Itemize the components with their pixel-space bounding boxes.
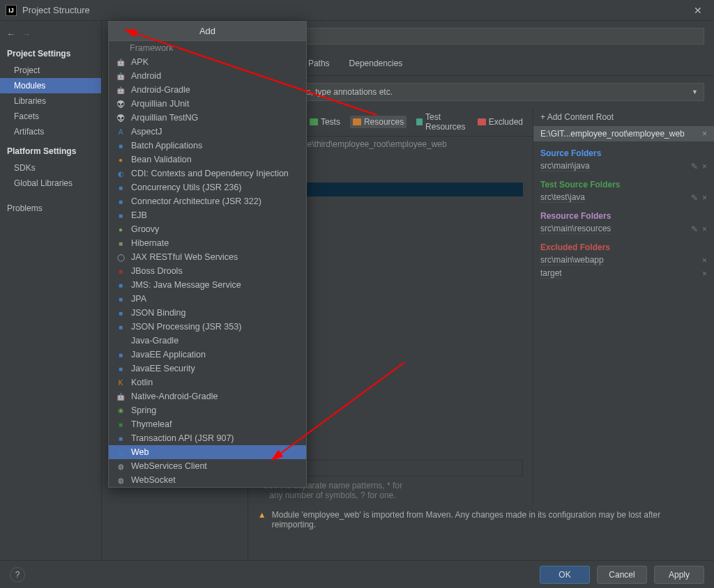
dropdown-item-native-android-gradle[interactable]: 🤖Native-Android-Gradle (109, 389, 306, 403)
dropdown-item-android-gradle[interactable]: 🤖Android-Gradle (109, 83, 306, 97)
framework-icon: ■ (116, 433, 126, 443)
dropdown-item-javaee-security[interactable]: ■JavaEE Security (109, 362, 306, 376)
cancel-button[interactable]: Cancel (597, 566, 647, 584)
framework-icon: ■ (116, 322, 126, 332)
close-icon[interactable]: ✕ (688, 5, 708, 16)
dropdown-item-arquillian-testng[interactable]: 👽Arquillian TestNG (109, 111, 306, 125)
dropdown-item-label: Java-Gradle (131, 336, 178, 346)
add-framework-dropdown[interactable]: Add Framework🤖APK🤖Android🤖Android-Gradle… (108, 21, 307, 488)
framework-icon: 🤖 (116, 392, 126, 401)
framework-icon: ■ (116, 266, 126, 276)
folder-item-label: src\main\resources (540, 224, 611, 234)
dropdown-item-web[interactable]: ◍Web (109, 445, 306, 459)
sidebar-item-libraries[interactable]: Libraries (0, 93, 101, 109)
dropdown-item-label: JBoss Drools (131, 266, 183, 276)
dropdown-item-connector-architecture-jsr-322-[interactable]: ■Connector Architecture (JSR 322) (109, 194, 306, 208)
content-root-row[interactable]: E:\GIT...employee_root\employee_web× (533, 126, 714, 141)
sidebar-item-facets[interactable]: Facets (0, 109, 101, 124)
folder-group-title: Excluded Folders (533, 235, 714, 254)
dropdown-item-jpa[interactable]: ■JPA (109, 292, 306, 306)
dropdown-item-label: Groovy (131, 224, 159, 234)
folder-item[interactable]: src\main\resources✎× (533, 222, 714, 235)
dropdown-item-websocket[interactable]: ◍WebSocket (109, 473, 306, 487)
dropdown-item-android[interactable]: 🤖Android (109, 69, 306, 83)
edit-icon[interactable]: ✎ (691, 224, 698, 234)
folder-item[interactable]: src\main\webapp× (533, 254, 714, 267)
dropdown-item-jboss-drools[interactable]: ■JBoss Drools (109, 264, 306, 278)
dropdown-item-cdi-contexts-and-dependency-injection[interactable]: ◐CDI: Contexts and Dependency Injection (109, 167, 306, 180)
edit-icon[interactable]: ✎ (691, 162, 698, 171)
ok-button[interactable]: OK (540, 566, 590, 584)
sidebar-item-problems[interactable]: Problems (0, 201, 101, 216)
nav-forward-icon[interactable]: → (22, 29, 31, 39)
dropdown-item-transaction-api-jsr-907-[interactable]: ■Transaction API (JSR 907) (109, 431, 306, 445)
source-type-label: Resources (364, 117, 404, 127)
framework-icon: ● (116, 224, 126, 234)
edit-icon[interactable]: ✎ (691, 193, 698, 203)
tab-paths[interactable]: Paths (308, 56, 330, 75)
sidebar-item-global-libraries[interactable]: Global Libraries (0, 176, 101, 191)
framework-icon: ◍ (116, 447, 126, 457)
dropdown-item-label: AspectJ (131, 127, 162, 137)
dropdown-item-groovy[interactable]: ●Groovy (109, 222, 306, 236)
framework-icon: K (116, 378, 126, 387)
dropdown-item-kotlin[interactable]: KKotlin (109, 376, 306, 389)
dropdown-item-label: WebServices Client (131, 461, 207, 471)
framework-icon: ■ (116, 280, 126, 290)
dropdown-item-thymeleaf[interactable]: ■Thymeleaf (109, 417, 306, 431)
folder-item[interactable]: target× (533, 267, 714, 280)
sidebar-item-project[interactable]: Project (0, 63, 101, 78)
apply-button[interactable]: Apply (654, 566, 704, 584)
framework-icon: 🤖 (116, 71, 126, 81)
dropdown-item-label: Concurrency Utils (JSR 236) (131, 183, 241, 192)
help-button[interactable]: ? (10, 567, 25, 582)
dropdown-item-json-binding[interactable]: ■JSON Binding (109, 306, 306, 320)
dropdown-item-arquillian-junit[interactable]: 👽Arquillian JUnit (109, 97, 306, 111)
source-type-resources[interactable]: Resources (350, 116, 407, 128)
dropdown-item-label: Arquillian TestNG (131, 113, 198, 123)
sidebar-item-sdks[interactable]: SDKs (0, 160, 101, 176)
sidebar-item-modules[interactable]: Modules (0, 78, 101, 93)
remove-icon[interactable]: × (702, 256, 707, 265)
framework-icon: 👽 (116, 99, 126, 109)
dropdown-item-spring[interactable]: ❀Spring (109, 403, 306, 417)
dropdown-item-json-processing-jsr-353-[interactable]: ■JSON Processing (JSR 353) (109, 320, 306, 334)
dropdown-item-java-gradle[interactable]: Java-Gradle (109, 334, 306, 348)
sidebar-item-artifacts[interactable]: Artifacts (0, 124, 101, 139)
dropdown-item-label: EJB (131, 210, 147, 220)
folder-item[interactable]: src\main\java✎× (533, 160, 714, 173)
dropdown-item-label: Hibernate (131, 238, 169, 248)
dropdown-item-hibernate[interactable]: ■Hibernate (109, 236, 306, 250)
folder-icon (478, 118, 486, 125)
language-level-select[interactable]: 8 - Lambdas, type annotations etc.▼ (258, 83, 704, 101)
dropdown-item-jax-restful-web-services[interactable]: ◯JAX RESTful Web Services (109, 250, 306, 264)
dropdown-item-label: JavaEE Application (131, 350, 206, 359)
remove-icon[interactable]: × (702, 269, 707, 279)
folder-item[interactable]: src\test\java✎× (533, 191, 714, 204)
tab-dependencies[interactable]: Dependencies (349, 56, 403, 75)
add-content-root-button[interactable]: + Add Content Root (533, 108, 714, 126)
dropdown-item-concurrency-utils-jsr-236-[interactable]: ■Concurrency Utils (JSR 236) (109, 180, 306, 194)
dropdown-item-batch-applications[interactable]: ■Batch Applications (109, 139, 306, 153)
app-icon: IJ (6, 5, 17, 16)
module-name-input[interactable]: loyee_web (258, 28, 704, 45)
source-type-excluded[interactable]: Excluded (478, 117, 523, 127)
remove-icon[interactable]: × (702, 224, 707, 234)
dropdown-item-jms-java-message-service[interactable]: ■JMS: Java Message Service (109, 278, 306, 292)
dropdown-item-ejb[interactable]: ■EJB (109, 208, 306, 222)
framework-icon: ■ (116, 294, 126, 304)
content-roots-panel: + Add Content Root E:\GIT...employee_roo… (533, 108, 714, 504)
remove-root-icon[interactable]: × (702, 129, 707, 139)
dropdown-item-apk[interactable]: 🤖APK (109, 55, 306, 69)
source-type-test-resources[interactable]: Test Resources (416, 112, 467, 132)
source-type-tests[interactable]: Tests (310, 117, 340, 127)
framework-icon: ■ (116, 183, 126, 192)
remove-icon[interactable]: × (702, 193, 707, 203)
dropdown-item-label: Android-Gradle (131, 85, 190, 95)
dropdown-item-webservices-client[interactable]: ◍WebServices Client (109, 459, 306, 473)
nav-back-icon[interactable]: ← (7, 29, 15, 39)
dropdown-item-aspectj[interactable]: AAspectJ (109, 125, 306, 139)
remove-icon[interactable]: × (702, 162, 707, 171)
dropdown-item-bean-validation[interactable]: ●Bean Validation (109, 153, 306, 167)
dropdown-item-javaee-application[interactable]: ■JavaEE Application (109, 348, 306, 362)
